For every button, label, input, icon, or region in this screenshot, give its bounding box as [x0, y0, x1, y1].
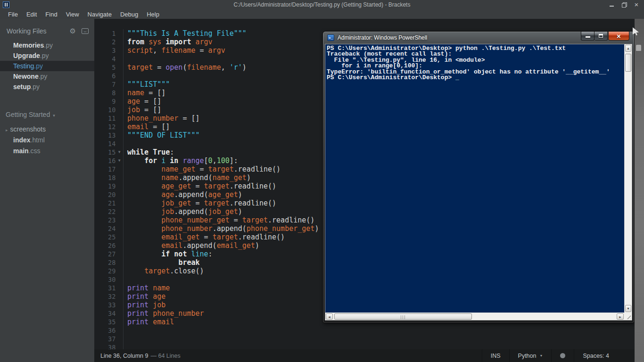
language-selector[interactable]: Python▼ [509, 349, 552, 362]
project-dropdown[interactable]: Getting Started▾ [0, 106, 94, 124]
vertical-scrollbar[interactable]: ▲ ▼ [624, 44, 632, 313]
menu-find[interactable]: Find [41, 10, 61, 19]
scroll-left-icon[interactable]: ◄ [326, 313, 333, 320]
fold-arrow-icon [116, 301, 123, 309]
powershell-console[interactable]: PS C:\Users\Administrator\Desktop> pytho… [325, 44, 632, 321]
powershell-icon: >_ [327, 34, 334, 41]
ps-close-button[interactable]: × [608, 32, 629, 41]
menu-navigate[interactable]: Navigate [83, 10, 116, 19]
line-number: 27 [94, 250, 116, 258]
resize-grip[interactable] [624, 313, 632, 320]
working-file-setup[interactable]: setup.py [0, 82, 94, 92]
line-number: 38 [94, 343, 116, 349]
fold-arrow-icon [116, 267, 123, 275]
working-file-newone[interactable]: Newone.py [0, 71, 94, 82]
line-number: 20 [94, 190, 116, 199]
fold-arrow-icon [116, 46, 123, 55]
line-number: 36 [94, 326, 116, 335]
code-line-38[interactable]: 38 [94, 343, 644, 349]
line-number: 24 [94, 224, 116, 233]
line-number: 4 [94, 55, 116, 63]
line-number: 31 [94, 284, 116, 292]
working-file-testing[interactable]: Testing.py [0, 61, 94, 71]
vscroll-thumb[interactable] [625, 54, 631, 72]
insert-mode-toggle[interactable]: INS [482, 349, 509, 362]
line-number: 1 [94, 29, 116, 38]
tree-file-index[interactable]: index.html [0, 135, 94, 146]
close-button[interactable]: × [634, 2, 639, 8]
fold-arrow-icon[interactable]: ▼ [116, 148, 123, 156]
line-number: 11 [94, 114, 116, 123]
fold-arrow-icon [116, 29, 123, 38]
brackets-window: C:/Users/Administrator/Desktop/Testing.p… [0, 0, 644, 362]
restore-button[interactable] [621, 2, 627, 8]
line-number: 29 [94, 267, 116, 275]
fold-arrow-icon [116, 190, 123, 199]
fold-arrow-icon [116, 106, 123, 114]
fold-arrow-icon [116, 318, 123, 326]
project-tree: ▸screenshotsindex.htmlmain.css [0, 124, 94, 156]
line-number: 9 [94, 97, 116, 106]
fold-arrow-icon[interactable]: ▼ [116, 156, 123, 165]
menubar: FileEditFindViewNavigateDebugHelp [0, 9, 644, 19]
split-view-icon[interactable]: ↔ [82, 28, 89, 34]
fold-arrow-icon [116, 114, 123, 123]
menu-help[interactable]: Help [142, 10, 164, 19]
line-count: — 64 Lines [150, 353, 180, 359]
extension-status[interactable] [551, 349, 574, 362]
line-number: 22 [94, 207, 116, 216]
cursor-position: Line 36, Column 9 [100, 353, 148, 359]
line-number: 7 [94, 80, 116, 89]
fold-arrow-icon [116, 275, 123, 284]
scroll-down-icon[interactable]: ▼ [625, 305, 631, 312]
tree-folder-screenshots[interactable]: ▸screenshots [0, 124, 94, 135]
code-line-36[interactable]: 36 [94, 326, 644, 335]
fold-arrow-icon [116, 284, 123, 292]
fold-arrow-icon [116, 123, 123, 131]
fold-arrow-icon [116, 241, 123, 250]
titlebar: C:/Users/Administrator/Desktop/Testing.p… [0, 0, 644, 9]
scroll-up-icon[interactable]: ▲ [625, 45, 631, 52]
line-number: 13 [94, 131, 116, 140]
line-number: 34 [94, 309, 116, 318]
line-number: 15 [94, 148, 116, 156]
minimize-button[interactable] [609, 2, 615, 8]
working-file-upgrade[interactable]: Upgrade.py [0, 50, 94, 61]
gear-icon[interactable]: ⚙ [70, 27, 76, 35]
line-number: 5 [94, 63, 116, 72]
chevron-down-icon: ▾ [53, 113, 55, 118]
chevron-down-icon: ▼ [539, 354, 543, 357]
line-number: 28 [94, 258, 116, 267]
fold-arrow-icon [116, 165, 123, 173]
line-number: 33 [94, 301, 116, 309]
menu-debug[interactable]: Debug [116, 10, 142, 19]
fold-arrow-icon [116, 207, 123, 216]
tree-file-main[interactable]: main.css [0, 146, 94, 156]
indent-setting[interactable]: Spaces: 4 [574, 349, 618, 362]
powershell-window[interactable]: >_ Administrator: Windows PowerShell × P… [322, 31, 635, 323]
working-file-memories[interactable]: Memories.py [0, 40, 94, 50]
hscroll-thumb[interactable] [334, 313, 472, 320]
fold-arrow-icon [116, 72, 123, 80]
ps-maximize-button[interactable] [594, 32, 608, 41]
fold-arrow-icon [116, 63, 123, 72]
menu-file[interactable]: File [4, 10, 22, 19]
menu-edit[interactable]: Edit [22, 10, 41, 19]
horizontal-scrollbar[interactable]: ◄ ► [325, 313, 624, 320]
fold-arrow-icon [116, 258, 123, 267]
code-line-37[interactable]: 37 [94, 335, 644, 343]
fold-arrow-icon [116, 233, 123, 241]
fold-arrow-icon [116, 97, 123, 106]
line-number: 2 [94, 38, 116, 46]
line-number: 21 [94, 199, 116, 207]
line-number: 32 [94, 292, 116, 301]
scroll-right-icon[interactable]: ► [617, 313, 624, 320]
fold-arrow-icon [116, 199, 123, 207]
fold-arrow-icon [116, 173, 123, 182]
ps-minimize-button[interactable] [581, 32, 594, 41]
window-title: C:/Users/Administrator/Desktop/Testing.p… [0, 1, 644, 8]
line-number: 18 [94, 173, 116, 182]
menu-view[interactable]: View [62, 10, 83, 19]
fold-arrow-icon [116, 326, 123, 335]
fold-arrow-icon [116, 80, 123, 89]
